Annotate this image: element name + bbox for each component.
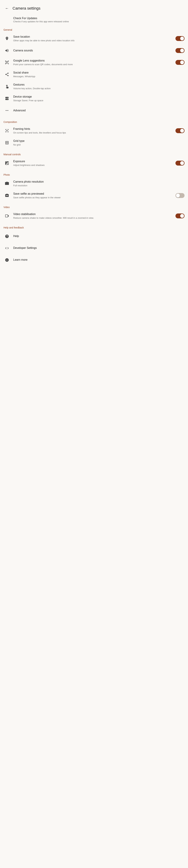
camera-photo-resolution-content: Camera photo resolutionFull resolution bbox=[13, 180, 185, 187]
camera-icon bbox=[3, 180, 10, 187]
exposure-toggle[interactable] bbox=[176, 161, 185, 165]
settings-item-camera-photo-resolution[interactable]: Camera photo resolutionFull resolution bbox=[0, 178, 188, 190]
settings-item-camera-sounds[interactable]: Camera sounds bbox=[0, 44, 188, 57]
info-icon bbox=[3, 256, 10, 264]
exposure-subtitle: Adjust brightness and shadows bbox=[13, 164, 176, 167]
section-header-general: General bbox=[0, 24, 188, 33]
help-title: Help bbox=[13, 235, 185, 238]
save-selfie-title: Save selfie as previewed bbox=[13, 192, 176, 196]
check-for-updates-item[interactable]: Check For Updates Checks if any updates … bbox=[0, 16, 188, 24]
grid-type-subtitle: No grid bbox=[13, 143, 185, 146]
save-selfie-content: Save selfie as previewedSave selfie phot… bbox=[13, 192, 176, 199]
lens-icon bbox=[3, 59, 10, 66]
page-title: Camera settings bbox=[12, 6, 40, 11]
device-storage-title: Device storage bbox=[13, 95, 185, 99]
social-share-title: Social share bbox=[13, 71, 185, 74]
developer-settings-content: Developer Settings bbox=[13, 246, 185, 250]
share-icon bbox=[3, 71, 10, 78]
section-header-manual-controls: Manual controls bbox=[0, 149, 188, 157]
location-icon bbox=[3, 35, 10, 42]
save-selfie-toggle[interactable] bbox=[176, 193, 185, 198]
settings-item-video-stabilisation[interactable]: Video stabilisationReduce camera shake t… bbox=[0, 210, 188, 222]
developer-settings-title: Developer Settings bbox=[13, 246, 185, 250]
help-content: Help bbox=[13, 235, 185, 238]
settings-item-advanced[interactable]: Advanced bbox=[0, 104, 188, 116]
video-stabilisation-subtitle: Reduce camera shake to make videos smoot… bbox=[13, 216, 176, 220]
video-stabilisation-toggle[interactable] bbox=[176, 214, 185, 218]
save-location-title: Save location bbox=[13, 35, 176, 39]
settings-item-exposure[interactable]: ExposureAdjust brightness and shadows bbox=[0, 157, 188, 169]
device-storage-subtitle: Storage Saver, Free up space bbox=[13, 99, 185, 102]
settings-item-social-share[interactable]: Social shareMessages, WhatsApp bbox=[0, 68, 188, 81]
save-location-content: Save locationOther apps may be able to v… bbox=[13, 35, 176, 42]
section-header-help-feedback: Help and feedback bbox=[0, 222, 188, 230]
learn-more-title: Learn more bbox=[13, 258, 185, 262]
framing-icon bbox=[3, 127, 10, 134]
learn-more-content: Learn more bbox=[13, 258, 185, 262]
camera-sounds-title: Camera sounds bbox=[13, 49, 176, 53]
gestures-title: Gestures bbox=[13, 83, 185, 87]
developer-icon bbox=[3, 245, 10, 252]
gestures-content: GesturesVolume key action, Double-tap ac… bbox=[13, 83, 185, 90]
google-lens-subtitle: Point your camera to scan QR codes, docu… bbox=[13, 63, 176, 66]
framing-hints-subtitle: On-screen tips and tools, like levellers… bbox=[13, 131, 176, 134]
more-icon bbox=[3, 107, 10, 114]
check-for-updates-subtitle: Checks if any updates for this app were … bbox=[13, 20, 185, 23]
grid-type-title: Grid type bbox=[13, 139, 185, 143]
google-lens-content: Google Lens suggestionsPoint your camera… bbox=[13, 59, 176, 66]
gestures-subtitle: Volume key action, Double-tap action bbox=[13, 87, 185, 90]
exposure-icon bbox=[3, 160, 10, 166]
framing-hints-toggle[interactable] bbox=[176, 128, 185, 133]
section-header-video: Video bbox=[0, 202, 188, 210]
social-share-content: Social shareMessages, WhatsApp bbox=[13, 71, 185, 78]
google-lens-title: Google Lens suggestions bbox=[13, 59, 176, 63]
advanced-title: Advanced bbox=[13, 109, 185, 113]
exposure-title: Exposure bbox=[13, 160, 176, 163]
settings-item-help[interactable]: Help bbox=[0, 230, 188, 242]
camera-photo-resolution-subtitle: Full resolution bbox=[13, 184, 185, 187]
grid-icon bbox=[3, 139, 10, 146]
settings-item-device-storage[interactable]: Device storageStorage Saver, Free up spa… bbox=[0, 93, 188, 104]
settings-item-grid-type[interactable]: Grid typeNo grid bbox=[0, 137, 188, 149]
back-arrow-icon: ← bbox=[5, 6, 9, 11]
exposure-content: ExposureAdjust brightness and shadows bbox=[13, 160, 176, 167]
section-header-composition: Composition bbox=[0, 116, 188, 125]
save-location-toggle[interactable] bbox=[176, 36, 185, 41]
header: ← Camera settings bbox=[0, 0, 188, 16]
settings-item-save-location[interactable]: Save locationOther apps may be able to v… bbox=[0, 33, 188, 44]
check-for-updates-title: Check For Updates bbox=[13, 17, 185, 20]
grid-type-content: Grid typeNo grid bbox=[13, 139, 185, 146]
video-stabilisation-title: Video stabilisation bbox=[13, 212, 176, 216]
settings-item-developer-settings[interactable]: Developer Settings bbox=[0, 242, 188, 254]
selfie-icon bbox=[3, 192, 10, 199]
volume-icon bbox=[3, 47, 10, 54]
camera-sounds-content: Camera sounds bbox=[13, 49, 176, 53]
section-header-photo: Photo bbox=[0, 169, 188, 178]
settings-item-google-lens[interactable]: Google Lens suggestionsPoint your camera… bbox=[0, 57, 188, 68]
google-lens-toggle[interactable] bbox=[176, 60, 185, 65]
social-share-subtitle: Messages, WhatsApp bbox=[13, 75, 185, 78]
save-selfie-subtitle: Save selfie photos as they appear in the… bbox=[13, 196, 176, 199]
video-icon bbox=[3, 212, 10, 219]
settings-item-save-selfie[interactable]: Save selfie as previewedSave selfie phot… bbox=[0, 190, 188, 202]
settings-item-framing-hints[interactable]: Framing hintsOn-screen tips and tools, l… bbox=[0, 125, 188, 137]
gestures-icon bbox=[3, 83, 10, 90]
settings-item-learn-more[interactable]: Learn more bbox=[0, 254, 188, 266]
camera-photo-resolution-title: Camera photo resolution bbox=[13, 180, 185, 184]
help-icon bbox=[3, 233, 10, 240]
video-stabilisation-content: Video stabilisationReduce camera shake t… bbox=[13, 212, 176, 220]
save-location-subtitle: Other apps may be able to view photo and… bbox=[13, 39, 176, 42]
settings-item-gestures[interactable]: GesturesVolume key action, Double-tap ac… bbox=[0, 81, 188, 93]
framing-hints-content: Framing hintsOn-screen tips and tools, l… bbox=[13, 127, 176, 134]
framing-hints-title: Framing hints bbox=[13, 127, 176, 131]
device-storage-content: Device storageStorage Saver, Free up spa… bbox=[13, 95, 185, 102]
camera-sounds-toggle[interactable] bbox=[176, 48, 185, 53]
advanced-content: Advanced bbox=[13, 109, 185, 113]
storage-icon bbox=[3, 95, 10, 102]
back-button[interactable]: ← bbox=[3, 4, 11, 12]
